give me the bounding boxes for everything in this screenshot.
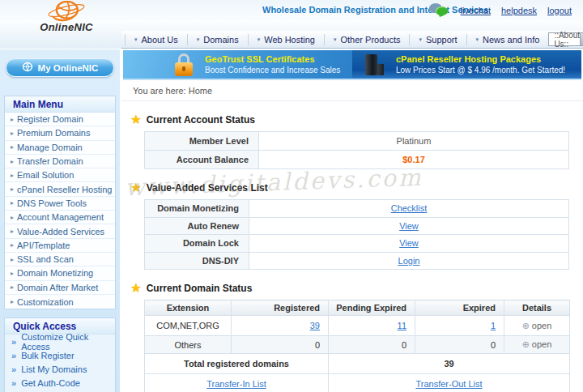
logo-text: OnlineNIC bbox=[19, 21, 113, 33]
nav-about-us[interactable]: ▾About Us bbox=[125, 34, 188, 45]
nav-news-and-info[interactable]: ▾News and Info bbox=[467, 34, 549, 45]
domain-lock-view-link[interactable]: View bbox=[399, 238, 419, 248]
sidebar-item-email-solution[interactable]: ▸Email Solution bbox=[5, 168, 115, 182]
quick-access-panel: Quick Access »Customize Quick Access »Bu… bbox=[4, 317, 116, 392]
sidebar-item-domain-after-market[interactable]: ▸Domain After Market bbox=[5, 281, 115, 295]
ssl-banner[interactable]: GeoTrust SSL Certificates Boost Confiden… bbox=[123, 50, 352, 79]
quick-access-get-auth-code[interactable]: »Get Auth-Code bbox=[5, 376, 115, 390]
livechat-link[interactable]: livechat bbox=[461, 6, 491, 15]
dropdown-selected-value: ::About Us:: bbox=[549, 31, 580, 49]
col-pending-expired: Pending Expired bbox=[329, 300, 415, 316]
star-icon: ★ bbox=[131, 283, 141, 293]
pending-expired-count-link[interactable]: 11 bbox=[398, 321, 406, 330]
table-row: Account Balance $0.17 bbox=[145, 151, 569, 169]
sidebar-item-dns-power-tools[interactable]: ▸DNS Power Tools bbox=[5, 197, 115, 211]
total-row: Total registered domains 39 bbox=[145, 354, 570, 374]
sidebar-item-premium-domains[interactable]: ▸Premium Domains bbox=[5, 126, 115, 140]
chevron-down-icon: ▾ bbox=[257, 36, 261, 43]
table-row: Others 0 0 0 ⊕open bbox=[145, 336, 570, 354]
sidebar-item-domain-monetizing[interactable]: ▸Domain Monetizing bbox=[5, 266, 115, 280]
cpanel-banner-subtitle: Low Prices Start @ $ 4.96 /month. Get St… bbox=[396, 66, 565, 75]
transfer-out-list-link[interactable]: Transfer-Out List bbox=[415, 379, 482, 389]
expired-count-link[interactable]: 1 bbox=[491, 321, 496, 330]
main-content: You are here: Home www.digitaldevs.com ★… bbox=[121, 81, 583, 392]
helpdesk-link[interactable]: helpdesk bbox=[501, 6, 537, 15]
details-open[interactable]: ⊕open bbox=[504, 316, 570, 336]
main-navbar: ▾About Us ▾Domains ▾Web Hosting ▾Other P… bbox=[121, 31, 583, 49]
main-menu-title: Main Menu bbox=[5, 96, 115, 113]
expired-count: 0 bbox=[415, 336, 504, 354]
arrow-right-icon: ▸ bbox=[11, 256, 14, 263]
domain-status-heading: ★ Current Domain Status bbox=[131, 283, 583, 294]
sidebar-item-value-added-services[interactable]: ▸Value-Added Services bbox=[5, 224, 115, 238]
sidebar-item-transfer-domain[interactable]: ▸Transfer Domain bbox=[5, 155, 115, 168]
auto-renew-view-link[interactable]: View bbox=[399, 221, 419, 231]
double-arrow-icon: » bbox=[11, 352, 16, 360]
arrow-right-icon: ▸ bbox=[11, 172, 14, 179]
arrow-right-icon: ▸ bbox=[11, 283, 14, 291]
dns-diy-label: DNS-DIY bbox=[145, 252, 249, 270]
arrow-right-icon: ▸ bbox=[11, 241, 14, 249]
sidebar-item-ssl-and-scan[interactable]: ▸SSL and Scan bbox=[5, 253, 115, 266]
domain-monetizing-label: Domain Monetizing bbox=[145, 200, 249, 218]
my-onlinenic-label: My OnlineNIC bbox=[38, 63, 99, 73]
circle-plus-icon: ⊕ bbox=[522, 321, 530, 330]
sidebar-item-register-domain[interactable]: ▸Register Domain bbox=[5, 113, 115, 126]
cpanel-banner[interactable]: cPanel Reseller Hosting Packages Low Pri… bbox=[352, 50, 581, 79]
top-links: livechat helpdesk logout bbox=[429, 3, 572, 18]
arrow-right-icon: ▸ bbox=[11, 298, 14, 305]
chevron-down-icon: ▾ bbox=[197, 36, 200, 43]
arrow-right-icon: ▸ bbox=[11, 228, 14, 235]
quick-access-list-my-domains[interactable]: »List My Domains bbox=[5, 362, 115, 376]
my-onlinenic-button[interactable]: My OnlineNIC bbox=[6, 58, 114, 77]
quick-access-customize[interactable]: »Customize Quick Access bbox=[5, 334, 115, 348]
arrow-right-icon: ▸ bbox=[11, 116, 14, 123]
details-open[interactable]: ⊕open bbox=[504, 336, 570, 354]
dropdown-arrow-icon[interactable]: ▼ bbox=[580, 33, 583, 45]
table-row: Domain Monetizing Checklist bbox=[145, 200, 569, 218]
onlinenic-logo[interactable]: OnlineNIC bbox=[19, 1, 113, 33]
nav-web-hosting[interactable]: ▾Web Hosting bbox=[249, 34, 325, 45]
sidebar: My OnlineNIC Main Menu ▸Register Domain … bbox=[0, 49, 120, 392]
nav-support[interactable]: ▾Support bbox=[410, 34, 466, 45]
table-row: COM,NET,ORG 39 11 1 ⊕open bbox=[145, 316, 570, 336]
value-added-table: Domain Monetizing Checklist Auto Renew V… bbox=[144, 199, 569, 270]
livechat-icon[interactable] bbox=[429, 3, 450, 18]
sidebar-item-account-management[interactable]: ▸Account Management bbox=[5, 211, 115, 224]
dns-diy-login-link[interactable]: Login bbox=[398, 256, 420, 266]
logout-link[interactable]: logout bbox=[547, 6, 572, 15]
arrow-right-icon: ▸ bbox=[11, 143, 14, 151]
transfer-in-list-link[interactable]: Transfer-In List bbox=[206, 379, 266, 389]
total-registered-value: 39 bbox=[329, 354, 570, 374]
registered-count-link[interactable]: 39 bbox=[310, 321, 320, 330]
pending-expired-count: 0 bbox=[329, 336, 415, 354]
member-level-value: Platinum bbox=[259, 132, 569, 151]
checklist-link[interactable]: Checklist bbox=[391, 203, 428, 213]
col-details: Details bbox=[504, 300, 570, 316]
sidebar-item-cpanel-reseller-hosting[interactable]: ▸cPanel Reseller Hosting bbox=[5, 182, 115, 196]
extension-cell: COM,NET,ORG bbox=[145, 316, 232, 336]
col-extension: Extension bbox=[145, 300, 232, 316]
ssl-banner-subtitle: Boost Confidence and Increase Sales bbox=[205, 66, 340, 75]
breadcrumb: You are here: Home bbox=[121, 81, 583, 101]
registered-count: 0 bbox=[232, 336, 329, 354]
col-registered: Registered bbox=[232, 300, 329, 316]
arrow-right-icon: ▸ bbox=[11, 130, 14, 137]
value-added-heading: ★ Value-Added Services List bbox=[131, 182, 583, 194]
sidebar-item-api-template[interactable]: ▸API/Template bbox=[5, 239, 115, 253]
table-row: Auto Renew View bbox=[145, 217, 569, 235]
globe-icon bbox=[22, 62, 33, 74]
sidebar-item-customization[interactable]: ▸Customization bbox=[5, 295, 115, 309]
total-registered-label: Total registered domains bbox=[145, 354, 329, 374]
nav-domains[interactable]: ▾Domains bbox=[188, 34, 249, 45]
member-level-label: Member Level bbox=[145, 132, 259, 151]
about-us-dropdown[interactable]: ::About Us:: ▼ bbox=[548, 32, 583, 46]
chevron-down-icon: ▾ bbox=[419, 36, 422, 43]
table-row: DNS-DIY Login bbox=[145, 252, 569, 270]
nav-other-products[interactable]: ▾Other Products bbox=[325, 34, 411, 45]
sidebar-item-manage-domain[interactable]: ▸Manage Domain bbox=[5, 141, 115, 155]
arrow-right-icon: ▸ bbox=[11, 199, 14, 207]
ssl-banner-title: GeoTrust SSL Certificates bbox=[205, 54, 340, 64]
star-icon: ★ bbox=[131, 183, 141, 193]
main-menu-panel: Main Menu ▸Register Domain ▸Premium Doma… bbox=[4, 96, 116, 309]
